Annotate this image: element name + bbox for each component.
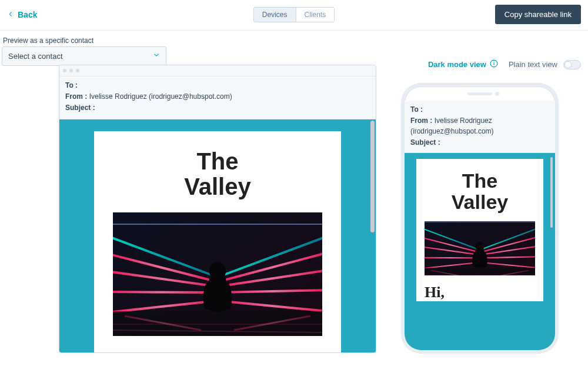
email-content-mobile: The Valley Hi,: [416, 159, 543, 301]
email-title-line1: The: [196, 148, 238, 174]
email-header-mobile: To : From : Ivelisse Rodriguez (irodrigu…: [405, 101, 555, 153]
preview-stage: To : From : Ivelisse Rodriguez (irodrigu…: [0, 60, 588, 366]
email-content: The Valley: [94, 131, 341, 353]
window-dot-icon: [63, 69, 66, 72]
window-dot-icon: [76, 69, 79, 72]
email-title-mobile: The Valley: [425, 171, 535, 212]
back-link[interactable]: Back: [7, 10, 37, 19]
phone-speaker-icon: [467, 92, 492, 95]
email-greeting: Hi,: [425, 284, 535, 301]
email-header: To : From : Ivelisse Rodriguez (irodrigu…: [59, 76, 376, 119]
tab-clients[interactable]: Clients: [296, 8, 335, 22]
email-title: The Valley: [113, 149, 322, 199]
hero-image: [113, 212, 322, 336]
chevron-left-icon: [7, 10, 14, 19]
desktop-preview: To : From : Ivelisse Rodriguez (irodrigu…: [59, 65, 376, 353]
from-email: (irodriguez@hubspot.com): [149, 92, 232, 101]
from-label: From :: [65, 92, 87, 101]
email-title-line2: Valley: [452, 191, 508, 213]
email-scroll[interactable]: The Valley: [59, 119, 376, 353]
subject-label: Subject :: [65, 104, 95, 112]
from-label: From :: [410, 117, 432, 125]
to-label: To :: [65, 81, 78, 89]
from-email: (irodriguez@hubspot.com): [410, 127, 494, 135]
scrollbar-mobile[interactable]: [550, 157, 553, 322]
email-title-line1: The: [462, 169, 497, 192]
to-label: To :: [410, 105, 423, 114]
scrollbar-thumb[interactable]: [550, 157, 553, 228]
contact-select-label: Preview as a specific contact: [3, 36, 166, 45]
back-label: Back: [18, 10, 37, 19]
window-dot-icon: [69, 69, 73, 72]
hero-image-mobile: [425, 221, 535, 275]
copy-shareable-link-button[interactable]: Copy shareable link: [495, 5, 581, 24]
email-title-line2: Valley: [184, 174, 250, 199]
segmented-control: Devices Clients: [253, 7, 335, 22]
from-name: Ivelisse Rodriguez: [435, 117, 492, 125]
email-body-mobile[interactable]: The Valley Hi,: [405, 153, 555, 350]
email-body-wrap: The Valley: [59, 119, 376, 353]
window-titlebar: [59, 65, 376, 76]
mobile-preview-wrap: To : From : Ivelisse Rodriguez (irodrigu…: [401, 83, 559, 354]
subject-label: Subject :: [410, 138, 440, 147]
from-name: Ivelisse Rodriguez: [89, 92, 147, 101]
top-bar: Back Devices Clients Copy shareable link: [0, 0, 588, 31]
chevron-down-icon: [153, 52, 160, 61]
scrollbar[interactable]: [370, 121, 375, 353]
contact-select-value: Select a contact: [8, 52, 63, 61]
scrollbar-thumb[interactable]: [370, 121, 375, 232]
tab-devices[interactable]: Devices: [254, 8, 296, 22]
phone-inner: To : From : Ivelisse Rodriguez (irodrigu…: [405, 101, 555, 350]
mobile-preview: To : From : Ivelisse Rodriguez (irodrigu…: [401, 83, 559, 354]
